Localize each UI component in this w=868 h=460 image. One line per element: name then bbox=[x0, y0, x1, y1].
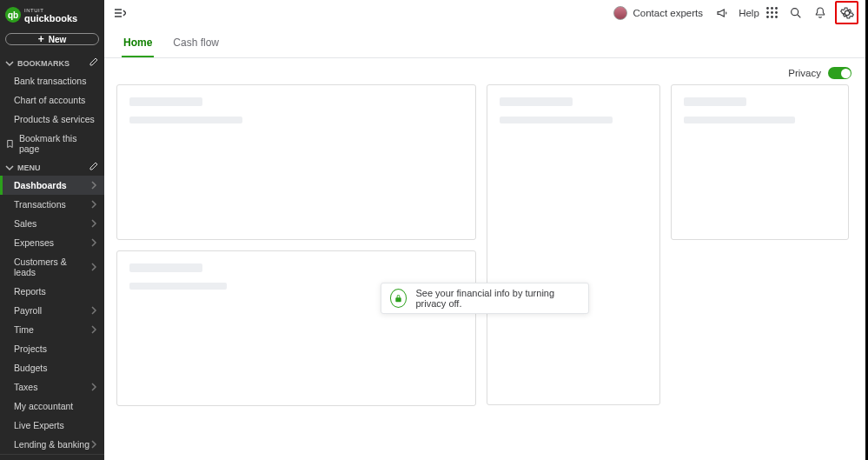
search-icon bbox=[789, 6, 803, 20]
menu-item-reports[interactable]: Reports bbox=[0, 282, 104, 301]
contact-experts-button[interactable]: Contact experts bbox=[608, 6, 708, 20]
menu-item-label: Customers & leads bbox=[14, 257, 90, 277]
bookmark-item[interactable]: Products & services bbox=[0, 110, 104, 129]
chevron-right-icon bbox=[90, 219, 97, 228]
settings-button-highlighted[interactable] bbox=[835, 1, 858, 24]
tab-bar: HomeCash flow bbox=[104, 26, 865, 58]
menu-item-label: Lending & banking bbox=[14, 439, 89, 450]
brand-logo[interactable]: qb INTUIT quickbooks bbox=[0, 0, 104, 31]
menu-item-label: Reports bbox=[14, 286, 46, 297]
menu-item-label: Budgets bbox=[14, 363, 48, 373]
grid-icon bbox=[765, 6, 779, 19]
menu-item-live-experts[interactable]: Live Experts bbox=[0, 416, 104, 435]
menu-item-payroll[interactable]: Payroll bbox=[0, 301, 104, 320]
menu-settings-button[interactable]: Menu settings bbox=[0, 454, 104, 460]
card bbox=[116, 84, 476, 240]
card bbox=[487, 84, 660, 405]
chevron-down-icon bbox=[5, 163, 14, 172]
menu-item-label: Payroll bbox=[14, 305, 42, 316]
bookmarks-header[interactable]: BOOKMARKS bbox=[0, 54, 104, 71]
privacy-toggle[interactable] bbox=[828, 67, 851, 79]
svg-point-3 bbox=[775, 7, 778, 10]
privacy-tip-text: See your financial info by turning priva… bbox=[415, 288, 580, 309]
collapse-sidebar-button[interactable] bbox=[111, 4, 129, 22]
new-button-label: New bbox=[49, 35, 67, 44]
dashboard-cards: See your financial info by turning priva… bbox=[104, 84, 865, 460]
svg-point-1 bbox=[766, 7, 769, 10]
menu-item-expenses[interactable]: Expenses bbox=[0, 233, 104, 252]
pencil-icon[interactable] bbox=[89, 161, 99, 171]
bookmark-item[interactable]: Bank transactions bbox=[0, 71, 104, 90]
bookmark-item[interactable]: Bookmark this page bbox=[0, 129, 104, 158]
bell-icon bbox=[813, 6, 827, 20]
tab-cash-flow[interactable]: Cash flow bbox=[171, 33, 221, 57]
svg-point-8 bbox=[771, 16, 773, 18]
megaphone-icon bbox=[716, 6, 730, 20]
chevron-right-icon bbox=[90, 306, 97, 315]
menu-item-sales[interactable]: Sales bbox=[0, 214, 104, 233]
privacy-label: Privacy bbox=[788, 68, 821, 78]
menu-item-projects[interactable]: Projects bbox=[0, 339, 104, 358]
chevron-right-icon bbox=[90, 440, 97, 449]
tab-home[interactable]: Home bbox=[122, 33, 154, 57]
bookmark-label: Bookmark this page bbox=[19, 133, 99, 154]
avatar bbox=[613, 6, 627, 20]
lock-icon bbox=[390, 289, 407, 308]
bookmark-item[interactable]: Chart of accounts bbox=[0, 90, 104, 110]
svg-point-10 bbox=[792, 8, 798, 15]
svg-point-7 bbox=[766, 16, 769, 18]
chevron-right-icon bbox=[90, 238, 97, 247]
help-label: Help bbox=[739, 8, 759, 18]
svg-point-6 bbox=[775, 11, 778, 14]
card bbox=[116, 250, 476, 406]
search-button[interactable] bbox=[786, 3, 805, 23]
menu-item-label: Sales bbox=[14, 218, 36, 229]
chevron-right-icon bbox=[90, 200, 97, 209]
help-button[interactable]: Help bbox=[738, 3, 757, 23]
menu-item-transactions[interactable]: Transactions bbox=[0, 195, 104, 214]
svg-point-4 bbox=[766, 11, 769, 14]
menu-item-label: Live Experts bbox=[14, 420, 64, 430]
pencil-icon[interactable] bbox=[89, 57, 99, 67]
menu-item-time[interactable]: Time bbox=[0, 320, 104, 339]
chevron-down-icon bbox=[5, 59, 14, 68]
bookmarks-label: BOOKMARKS bbox=[17, 59, 70, 68]
menu-item-customers-leads[interactable]: Customers & leads bbox=[0, 252, 104, 282]
menu-item-label: Expenses bbox=[14, 237, 54, 248]
menu-item-taxes[interactable]: Taxes bbox=[0, 377, 104, 397]
notifications-button[interactable] bbox=[811, 3, 830, 23]
chevron-right-icon bbox=[90, 383, 97, 391]
menu-item-label: Transactions bbox=[14, 199, 66, 210]
menu-item-lending-banking[interactable]: Lending & banking bbox=[0, 435, 104, 454]
menu-item-label: Taxes bbox=[14, 382, 37, 392]
main-area: Contact experts Help HomeCash flow Priva… bbox=[104, 0, 868, 460]
topbar: Contact experts Help bbox=[104, 0, 865, 26]
chevron-right-icon bbox=[90, 181, 97, 190]
menu-header[interactable]: MENU bbox=[0, 158, 104, 176]
menu-item-label: My accountant bbox=[14, 401, 73, 411]
privacy-bar: Privacy bbox=[104, 58, 865, 84]
menu-item-budgets[interactable]: Budgets bbox=[0, 358, 104, 377]
chevron-right-icon bbox=[90, 263, 97, 271]
svg-point-5 bbox=[771, 11, 773, 14]
card bbox=[671, 84, 849, 240]
menu-item-label: Projects bbox=[14, 343, 47, 354]
menu-item-label: Dashboards bbox=[14, 180, 67, 190]
privacy-tip: See your financial info by turning priva… bbox=[381, 283, 589, 314]
contact-experts-label: Contact experts bbox=[633, 8, 703, 18]
gear-icon bbox=[840, 6, 854, 20]
new-button[interactable]: + New bbox=[5, 33, 99, 45]
plus-icon: + bbox=[38, 34, 44, 44]
brand-logo-circle: qb bbox=[5, 7, 21, 23]
collapse-icon bbox=[114, 8, 126, 18]
bookmark-icon bbox=[5, 139, 15, 149]
apps-button[interactable] bbox=[762, 3, 781, 23]
menu-item-dashboards[interactable]: Dashboards bbox=[0, 176, 104, 195]
svg-point-9 bbox=[775, 16, 778, 18]
announcements-button[interactable] bbox=[713, 3, 732, 23]
menu-label: MENU bbox=[17, 163, 41, 172]
menu-item-my-accountant[interactable]: My accountant bbox=[0, 397, 104, 416]
sidebar: qb INTUIT quickbooks + New BOOKMARKS Ban… bbox=[0, 0, 104, 460]
menu-item-label: Time bbox=[14, 324, 34, 335]
chevron-right-icon bbox=[90, 325, 97, 334]
